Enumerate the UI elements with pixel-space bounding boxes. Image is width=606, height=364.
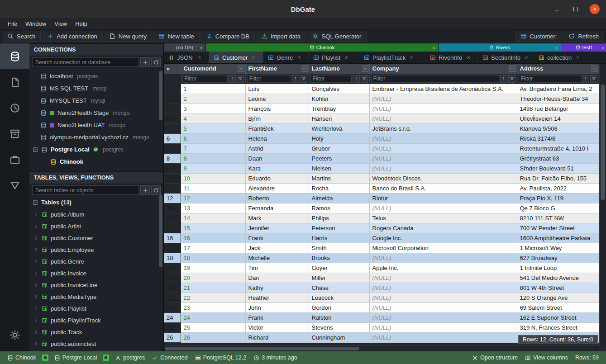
grid-cell[interactable]: François (245, 104, 309, 113)
grid-cell[interactable]: 8 (181, 153, 245, 163)
minimize-button[interactable]: – (552, 4, 562, 14)
grid-cell[interactable]: Microsoft Corporation (369, 243, 517, 253)
grid-cell[interactable]: 4 (181, 113, 245, 123)
row-number[interactable]: 4 (164, 113, 181, 123)
activity-history[interactable] (0, 95, 29, 121)
grid-cell[interactable]: Harris (309, 233, 369, 243)
grid-cell[interactable]: 23 (181, 303, 245, 312)
column-menu-chevron-icon[interactable] (509, 65, 516, 72)
vertical-scrollbar[interactable] (599, 64, 606, 345)
connection-olympus-medportal-vychozi-cz[interactable]: olympus-medportal.vychozi.czmongo (29, 131, 163, 143)
db-tab-test1[interactable]: test1 (561, 43, 606, 52)
grid-cell[interactable]: Bjřrn (245, 113, 309, 123)
row-number[interactable]: 20 (164, 273, 181, 283)
close-icon[interactable] (199, 46, 203, 50)
grid-cell[interactable]: 14 (181, 213, 245, 223)
close-icon[interactable] (344, 55, 349, 60)
add-connection-button[interactable]: Add connection (42, 31, 103, 42)
filter-menu-icon[interactable] (500, 75, 507, 83)
status-postgresql-12-2[interactable]: PostgreSQL 12.2 (191, 355, 250, 361)
row-number[interactable]: 24 (164, 312, 181, 322)
grid-cell[interactable]: Fernanda (245, 203, 309, 213)
grid-cell[interactable]: 700 W Pender Street (517, 223, 599, 233)
grid-cell[interactable]: 18 (181, 253, 245, 263)
grid-cell[interactable]: (NULL) (369, 312, 517, 322)
menu-view[interactable]: View (50, 19, 71, 28)
filter-funnel-icon[interactable] (508, 75, 515, 83)
grid-cell[interactable]: 22 (181, 293, 245, 303)
grid-cell[interactable]: Embraer - Empresa Brasileira de Aeronáut… (369, 84, 517, 94)
table-public-genre[interactable]: public.Genre (29, 255, 163, 267)
grid-cell[interactable]: 11 (181, 183, 245, 193)
db-tab-chinook[interactable]: Chinook (206, 43, 438, 52)
grid-cell[interactable]: Leacock (309, 293, 369, 303)
grid-cell[interactable]: Heather (245, 293, 309, 303)
close-icon[interactable] (410, 55, 414, 60)
column-header-company[interactable]: Company (369, 64, 517, 74)
refresh-connections-button[interactable] (151, 57, 161, 67)
expand-columns-button[interactable]: » (164, 64, 181, 74)
grid-cell[interactable]: Helena (245, 133, 309, 143)
grid-cell[interactable]: Holý (309, 133, 369, 143)
refresh-tables-button[interactable] (151, 185, 161, 195)
grid-cell[interactable]: 801 W 4th Street (517, 283, 599, 293)
row-number[interactable]: 15 (164, 223, 181, 233)
grid-cell[interactable]: 25 (181, 322, 245, 332)
grid-cell[interactable]: (NULL) (369, 113, 517, 123)
column-menu-chevron-icon[interactable] (362, 65, 368, 72)
grid-cell[interactable]: (NULL) (369, 153, 517, 163)
connection-nano2health-uat[interactable]: Nano2Health UATmongo (29, 119, 163, 131)
row-number[interactable]: 2 (164, 94, 181, 104)
row-number[interactable]: 1 (164, 84, 181, 94)
grid-cell[interactable]: Cunningham (309, 332, 369, 342)
status-postgre-local[interactable]: Postgre Local (51, 355, 100, 361)
grid-cell[interactable]: Wichterlová (309, 123, 369, 133)
row-number[interactable]: 23 (164, 303, 181, 312)
row-number[interactable]: 7 (164, 143, 181, 153)
grid-cell[interactable]: 19 (181, 263, 245, 273)
grid-cell[interactable]: Av. Brigadeiro Faria Lima, 2 (517, 84, 599, 94)
row-number[interactable]: 13 (164, 203, 181, 213)
grid-cell[interactable]: Stevens (309, 322, 369, 332)
grid-cell[interactable]: Rilská 3174/6 (517, 133, 599, 143)
add-table-small-button[interactable] (140, 185, 150, 195)
column-header-firstname[interactable]: FirstName (245, 64, 309, 74)
grid-cell[interactable]: (NULL) (369, 283, 517, 293)
grid-cell[interactable]: Jennifer (245, 223, 309, 233)
grid-cell[interactable]: (NULL) (369, 143, 517, 153)
grid-cell[interactable]: Köhler (309, 94, 369, 104)
grid-cell[interactable]: (NULL) (369, 94, 517, 104)
menu-file[interactable]: File (4, 19, 21, 28)
grid-cell[interactable]: (NULL) (369, 133, 517, 143)
grid-cell[interactable]: Victor (245, 322, 309, 332)
grid-cell[interactable]: Smith (309, 243, 369, 253)
filter-input-customerid[interactable] (182, 75, 228, 83)
grid-cell[interactable]: Tim (245, 263, 309, 273)
close-button[interactable]: × (590, 4, 600, 14)
grid-cell[interactable]: Gordon (309, 303, 369, 312)
grid-cell[interactable]: Leonie (245, 94, 309, 104)
grid-cell[interactable]: Peterson (309, 223, 369, 233)
grid-cell[interactable]: Roberto (245, 193, 309, 203)
grid-cell[interactable]: Philips (309, 213, 369, 223)
grid-cell[interactable]: Michelle (245, 253, 309, 263)
close-icon[interactable] (554, 46, 558, 50)
grid-cell[interactable]: John (245, 303, 309, 312)
row-number[interactable]: 18 (164, 253, 181, 263)
grid-cell[interactable]: 26 (181, 332, 245, 342)
new-table-button[interactable]: New table (153, 31, 200, 42)
row-number[interactable]: 22 (164, 293, 181, 303)
sql-generator-button[interactable]: SQL Generator (307, 31, 367, 42)
close-icon[interactable] (525, 55, 529, 60)
grid-cell[interactable]: Av. Paulista, 2022 (517, 183, 599, 193)
table-public-playlist[interactable]: public.Playlist (29, 303, 163, 314)
grid-cell[interactable]: (NULL) (369, 293, 517, 303)
tab-riverinfo[interactable]: RiverInfo (425, 52, 478, 63)
connection-mysql-test[interactable]: MYSQL TESTmysql (29, 95, 163, 107)
tab-playlist[interactable]: Playlist (309, 52, 359, 63)
grid-cell[interactable]: 5 (181, 123, 245, 133)
filter-menu-icon[interactable] (353, 75, 360, 83)
grid-cell[interactable]: Apple Inc. (369, 263, 517, 273)
table-public-track[interactable]: public.Track (29, 326, 163, 338)
table-public-artist[interactable]: public.Artist (29, 220, 163, 232)
